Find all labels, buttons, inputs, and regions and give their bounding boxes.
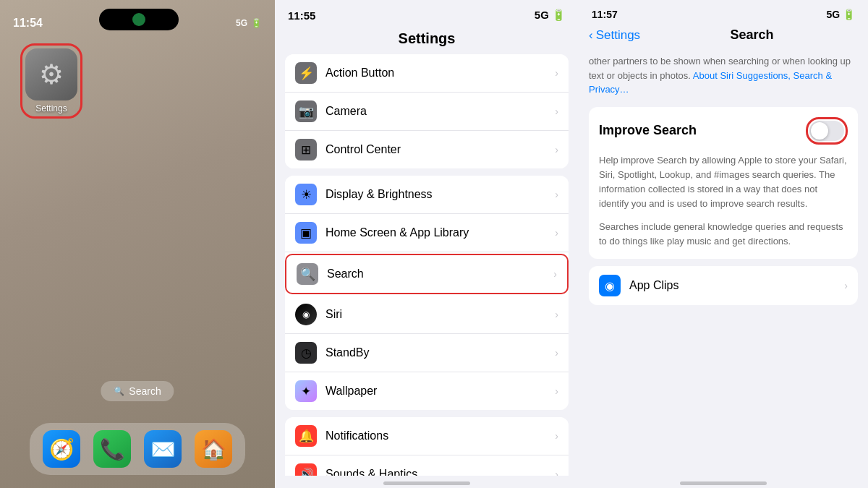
settings-row-wallpaper[interactable]: ✦ Wallpaper › <box>285 372 569 410</box>
settings-app-label: Settings <box>25 103 77 114</box>
settings-row-control-center[interactable]: ⊞ Control Center › <box>285 131 569 168</box>
detail-content: other partners to be shown when searchin… <box>579 48 868 476</box>
search-chevron: › <box>553 268 557 280</box>
wallpaper-row-icon: ✦ <box>295 380 317 402</box>
siri-icon: ◉ <box>302 309 310 320</box>
homescreen-row-icon: ▣ <box>295 222 317 244</box>
settings-list: ⚡ Action Button › 📷 Camera › ⊞ Control C… <box>275 54 579 476</box>
signal-icon: 5G <box>236 18 247 28</box>
siri-row-icon: ◉ <box>295 304 317 325</box>
dock-phone-icon[interactable]: 📞 <box>93 430 131 468</box>
back-button[interactable]: ‹ Settings <box>589 28 640 43</box>
search-detail-panel: 11:57 5G 🔋 ‹ Settings Search other partn… <box>579 0 868 488</box>
standby-row-icon: ◷ <box>295 342 317 364</box>
app-clips-icon: ◉ <box>599 275 621 296</box>
notifications-row-icon: 🔔 <box>295 425 317 447</box>
improve-search-toggle[interactable] <box>809 121 844 141</box>
safari-icon: 🧭 <box>49 437 75 461</box>
settings-row-sounds[interactable]: 🔊 Sounds & Haptics › <box>285 455 569 476</box>
app-clips-row[interactable]: ◉ App Clips › <box>589 266 858 305</box>
display-chevron: › <box>555 189 558 200</box>
dock-home-app-icon[interactable]: 🏠 <box>195 430 232 468</box>
mail-icon: ✉️ <box>150 437 176 461</box>
dock-mail-icon[interactable]: ✉️ <box>144 430 182 468</box>
home-time: 11:54 <box>13 17 43 30</box>
camera-chevron: › <box>555 106 558 117</box>
home-search-bar[interactable]: 🔍 Search <box>101 381 174 401</box>
status-bar-home: 11:54 5G 🔋 <box>0 0 275 42</box>
status-bar-settings: 11:55 5G 🔋 <box>275 0 579 26</box>
settings-group-3: 🔔 Notifications › 🔊 Sounds & Haptics › 🌙… <box>285 417 569 476</box>
camera-dot <box>132 13 145 26</box>
homescreen-icon: ▣ <box>300 226 312 241</box>
home-app-icon: 🏠 <box>201 437 226 461</box>
action-button-label: Action Button <box>326 67 555 80</box>
homescreen-label: Home Screen & App Library <box>326 226 555 239</box>
detail-nav: ‹ Settings Search <box>579 25 868 48</box>
improve-search-card: Improve Search Help improve Search by al… <box>589 107 858 260</box>
settings-row-search[interactable]: 🔍 Search › <box>285 254 569 294</box>
control-center-row-icon: ⊞ <box>295 139 317 160</box>
action-icon: ⚡ <box>299 66 314 81</box>
settings-row-display[interactable]: ☀ Display & Brightness › <box>285 176 569 214</box>
improve-search-desc2: Searches include general knowledge queri… <box>599 220 848 249</box>
control-center-label: Control Center <box>326 143 555 156</box>
improve-search-label: Improve Search <box>599 123 697 138</box>
standby-label: StandBy <box>326 346 555 359</box>
camera-icon: 📷 <box>299 104 314 119</box>
wallpaper-chevron: › <box>555 385 558 397</box>
camera-label: Camera <box>326 105 555 118</box>
notifications-chevron: › <box>555 430 558 442</box>
status-bar-detail: 11:57 5G 🔋 <box>579 0 868 25</box>
display-label: Display & Brightness <box>326 188 555 201</box>
wallpaper-icon: ✦ <box>301 384 311 399</box>
settings-group-2: ☀ Display & Brightness › ▣ Home Screen &… <box>285 176 569 410</box>
action-button-icon: ⚡ <box>295 62 317 84</box>
back-label: Settings <box>596 28 640 43</box>
improve-search-toggle-highlight <box>806 117 848 145</box>
detail-time: 11:57 <box>592 9 618 20</box>
settings-page-title: Settings <box>275 26 579 54</box>
app-clips-symbol: ◉ <box>605 279 615 293</box>
camera-row-icon: 📷 <box>295 100 317 122</box>
app-clips-chevron: › <box>844 280 848 291</box>
app-clips-label: App Clips <box>629 279 844 292</box>
notifications-icon: 🔔 <box>299 429 314 444</box>
settings-row-siri[interactable]: ◉ Siri › <box>285 296 569 334</box>
siri-label: Siri <box>326 308 555 321</box>
improve-search-desc: Help improve Search by allowing Apple to… <box>599 153 848 212</box>
settings-row-camera[interactable]: 📷 Camera › <box>285 93 569 131</box>
sounds-label: Sounds & Haptics <box>326 468 555 476</box>
search-label: Search <box>129 385 161 397</box>
back-chevron-icon: ‹ <box>589 28 593 43</box>
gear-icon: ⚙ <box>39 59 64 90</box>
toggle-thumb <box>811 122 828 140</box>
dock: 🧭 📞 ✉️ 🏠 <box>30 423 245 475</box>
sounds-icon: 🔊 <box>299 467 314 476</box>
standby-chevron: › <box>555 347 558 359</box>
sounds-chevron: › <box>555 468 558 476</box>
search-label: Search <box>327 267 553 281</box>
search-row-icon: 🔍 <box>297 263 318 285</box>
settings-row-standby[interactable]: ◷ StandBy › <box>285 334 569 372</box>
settings-icon-highlight-box: ⚙ Settings <box>20 43 82 119</box>
phone-icon: 📞 <box>100 437 125 461</box>
standby-icon: ◷ <box>301 346 312 361</box>
settings-time: 11:55 <box>288 9 315 22</box>
dynamic-island <box>99 9 179 30</box>
improve-search-row: Improve Search <box>599 117 848 145</box>
settings-row-homescreen[interactable]: ▣ Home Screen & App Library › <box>285 214 569 252</box>
search-row-icon-symbol: 🔍 <box>300 267 315 282</box>
control-icon: ⊞ <box>301 142 311 158</box>
home-screen-panel: 11:54 5G 🔋 ⚙ Settings 🔍 Search 🧭 📞 ✉️ 🏠 <box>0 0 275 488</box>
settings-row-action-button[interactable]: ⚡ Action Button › <box>285 54 569 93</box>
action-button-chevron: › <box>555 67 558 79</box>
search-icon: 🔍 <box>114 386 124 396</box>
home-status-icons: 5G 🔋 <box>236 18 262 28</box>
settings-app-icon[interactable]: ⚙ <box>25 48 77 100</box>
control-center-chevron: › <box>555 144 558 155</box>
settings-list-panel: 11:55 5G 🔋 Settings ⚡ Action Button › 📷 … <box>275 0 579 488</box>
dock-safari-icon[interactable]: 🧭 <box>43 430 80 468</box>
home-indicator-3 <box>680 481 767 485</box>
settings-row-notifications[interactable]: 🔔 Notifications › <box>285 417 569 455</box>
